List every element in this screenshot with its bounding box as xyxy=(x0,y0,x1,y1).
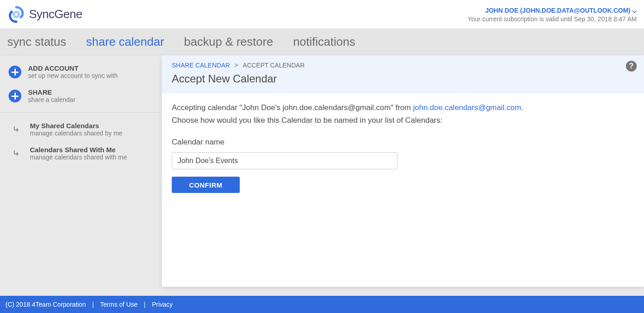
breadcrumb-separator: > xyxy=(234,62,238,69)
footer: (C) 2018 4Team Corporation | Terms of Us… xyxy=(0,296,644,313)
sidebar-item-title: SHARE xyxy=(28,88,75,96)
sidebar-group-actions: ADD ACCOUNT set up new account to sync w… xyxy=(0,55,162,113)
sidebar-item-sub: set up new account to sync with xyxy=(28,72,118,79)
sidebar-item-sub: manage calendars shared with me xyxy=(30,154,127,161)
tab-notifications[interactable]: notifications xyxy=(293,29,355,55)
subscription-status: Your current subscription is valid until… xyxy=(468,15,637,23)
accept-message-line1: Accepting calendar "John Doe's john.doe.… xyxy=(172,102,634,114)
footer-separator: | xyxy=(144,301,146,308)
page-title: Accept New Calendar xyxy=(172,72,634,85)
sidebar-item-sub: manage calendars shared by me xyxy=(30,130,122,137)
footer-terms-link[interactable]: Terms of Use xyxy=(100,301,137,308)
content: SHARE CALENDAR > ACCEPT CALENDAR Accept … xyxy=(162,55,644,296)
sidebar-item-title: Calendars Shared With Me xyxy=(30,146,127,154)
footer-separator: | xyxy=(92,301,94,308)
sidebar-item-title: My Shared Calendars xyxy=(30,122,122,130)
panel-body: Accepting calendar "John Doe's john.doe.… xyxy=(162,93,644,202)
tab-backup-restore[interactable]: backup & restore xyxy=(184,29,273,55)
panel-head: SHARE CALENDAR > ACCEPT CALENDAR Accept … xyxy=(162,55,644,93)
header: SyncGene JOHN DOE (JOHN.DOE.DATA@OUTLOOK… xyxy=(0,0,644,29)
main: ADD ACCOUNT set up new account to sync w… xyxy=(0,55,644,296)
accept-message-line2: Choose how would you like this Calendar … xyxy=(172,115,634,126)
sub-arrow-icon xyxy=(10,123,24,136)
sidebar-item-my-shared[interactable]: My Shared Calendars manage calendars sha… xyxy=(0,117,162,141)
user-account-menu[interactable]: JOHN DOE (JOHN.DOE.DATA@OUTLOOK.COM) xyxy=(485,7,637,14)
logo-icon xyxy=(7,5,25,24)
svg-point-0 xyxy=(14,12,19,17)
chevron-down-icon xyxy=(632,8,637,13)
help-icon[interactable]: ? xyxy=(626,61,637,72)
sidebar-item-title: ADD ACCOUNT xyxy=(28,64,118,72)
confirm-button[interactable]: CONFIRM xyxy=(172,177,240,193)
calendar-name-label: Calendar name xyxy=(172,138,634,147)
breadcrumb-current: ACCEPT CALENDAR xyxy=(243,62,305,69)
sidebar-item-sub: share a calendar xyxy=(28,96,75,103)
panel: SHARE CALENDAR > ACCEPT CALENDAR Accept … xyxy=(162,55,644,287)
sidebar-group-calendars: My Shared Calendars manage calendars sha… xyxy=(0,113,162,170)
sender-email-link[interactable]: john.doe.calendars@gmail.com xyxy=(413,103,521,112)
sidebar: ADD ACCOUNT set up new account to sync w… xyxy=(0,55,162,296)
calendar-name-input[interactable] xyxy=(172,152,397,169)
footer-copyright[interactable]: (C) 2018 4Team Corporation xyxy=(5,301,86,308)
breadcrumb: SHARE CALENDAR > ACCEPT CALENDAR xyxy=(172,62,634,69)
brand-name: SyncGene xyxy=(29,7,82,21)
sidebar-item-share[interactable]: SHARE share a calendar xyxy=(0,84,162,108)
header-right: JOHN DOE (JOHN.DOE.DATA@OUTLOOK.COM) You… xyxy=(468,6,637,23)
plus-icon xyxy=(8,65,22,79)
breadcrumb-parent-link[interactable]: SHARE CALENDAR xyxy=(172,62,230,69)
tabbar: sync status share calendar backup & rest… xyxy=(0,29,644,55)
tab-sync-status[interactable]: sync status xyxy=(7,29,66,55)
sidebar-item-add-account[interactable]: ADD ACCOUNT set up new account to sync w… xyxy=(0,60,162,84)
accept-message-prefix: Accepting calendar "John Doe's john.doe.… xyxy=(172,103,413,112)
sub-arrow-icon xyxy=(10,147,24,160)
brand-logo[interactable]: SyncGene xyxy=(7,5,82,24)
plus-icon xyxy=(8,89,22,103)
footer-privacy-link[interactable]: Privacy xyxy=(152,301,173,308)
sidebar-item-shared-with-me[interactable]: Calendars Shared With Me manage calendar… xyxy=(0,141,162,165)
user-account-label: JOHN DOE (JOHN.DOE.DATA@OUTLOOK.COM) xyxy=(485,7,630,14)
tab-share-calendar[interactable]: share calendar xyxy=(86,29,164,55)
accept-message-suffix: . xyxy=(521,103,523,112)
